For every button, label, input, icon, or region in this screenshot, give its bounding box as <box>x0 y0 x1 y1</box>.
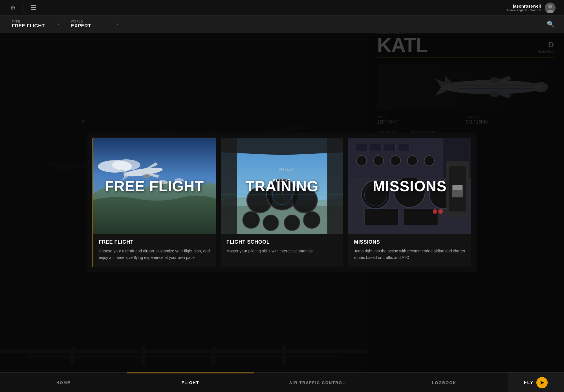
missions-card-desc: Jump right into the action with recommen… <box>354 248 465 261</box>
svg-rect-64 <box>404 209 438 226</box>
svg-rect-54 <box>356 144 367 151</box>
top-bar-divider <box>23 4 23 12</box>
missions-card-content: MISSIONS Jump right into the action with… <box>348 234 471 267</box>
free-flight-image: FREE FLIGHT <box>93 138 216 234</box>
svg-point-39 <box>303 212 320 228</box>
user-info: jasonrosewell Infinite Flight 0 · Grade … <box>507 4 541 12</box>
selectors-row: TYPE FREE FLIGHT ⋮ WORLD EXPERT ⋮ 🔍 <box>0 16 564 33</box>
svg-point-65 <box>433 209 437 214</box>
svg-point-59 <box>374 156 384 166</box>
user-name: jasonrosewell <box>507 4 541 8</box>
svg-text:N471SP: N471SP <box>279 167 294 171</box>
free-flight-card[interactable]: FREE FLIGHT FREE FLIGHT Choose your airc… <box>92 138 216 267</box>
missions-card-label: MISSIONS <box>373 179 447 193</box>
svg-point-62 <box>424 156 435 166</box>
svg-point-28 <box>98 160 132 173</box>
svg-rect-52 <box>452 189 463 197</box>
svg-rect-63 <box>365 209 398 226</box>
svg-point-58 <box>357 156 367 166</box>
type-label: TYPE <box>12 20 58 23</box>
world-label: WORLD <box>71 20 117 23</box>
search-icon[interactable]: 🔍 <box>544 18 557 31</box>
svg-point-66 <box>439 209 443 214</box>
missions-card-title: MISSIONS <box>354 239 465 245</box>
svg-point-30 <box>123 166 163 178</box>
svg-point-61 <box>407 156 418 166</box>
svg-rect-55 <box>370 144 382 151</box>
type-dots: ⋮ <box>56 22 61 27</box>
nav-atc[interactable]: AIR TRAFFIC CONTROL <box>254 373 381 392</box>
world-value: EXPERT <box>71 23 117 29</box>
svg-rect-67 <box>453 185 463 190</box>
bottom-nav: HOME FLIGHT AIR TRAFFIC CONTROL LOGBOOK … <box>0 372 564 392</box>
svg-point-29 <box>112 159 140 171</box>
top-bar-right: jasonrosewell Infinite Flight 0 · Grade … <box>507 3 556 13</box>
training-card-label: TRAINING <box>245 179 318 193</box>
missions-image: MISSIONS <box>348 138 471 234</box>
world-dots: ⋮ <box>115 22 120 27</box>
training-card-content: FLIGHT SCHOOL Master your piloting skill… <box>221 234 343 267</box>
user-grade: Infinite Flight 0 · Grade 5 <box>507 8 541 12</box>
nav-home[interactable]: HOME <box>0 373 127 392</box>
svg-point-1 <box>548 5 552 8</box>
free-flight-card-label: FREE FLIGHT <box>105 179 204 193</box>
svg-point-37 <box>263 215 279 231</box>
free-flight-card-desc: Choose your aircraft and airport, custom… <box>99 248 210 261</box>
type-value: FREE FLIGHT <box>12 23 58 29</box>
fly-circle: ➤ <box>536 377 548 388</box>
modal-overlay: FREE FLIGHT FREE FLIGHT Choose your airc… <box>0 33 564 372</box>
settings-icon[interactable]: ⚙ <box>8 3 17 12</box>
world-selector[interactable]: WORLD EXPERT ⋮ <box>66 18 122 30</box>
free-flight-card-title: FREE FLIGHT <box>99 239 210 245</box>
svg-rect-57 <box>398 144 410 151</box>
free-flight-card-content: FREE FLIGHT Choose your aircraft and air… <box>93 234 216 267</box>
flight-training-card[interactable]: N471SP FLIGHT TRAINING FLIGHT SCHOOL Mas… <box>220 138 344 267</box>
nav-fly[interactable]: FLY ➤ <box>508 373 564 392</box>
svg-point-38 <box>284 215 300 231</box>
missions-card[interactable]: MISSIONS MISSIONS Jump right into the ac… <box>348 138 472 267</box>
svg-point-36 <box>243 212 259 228</box>
svg-rect-56 <box>384 144 396 151</box>
nav-flight[interactable]: FLIGHT <box>127 373 254 392</box>
cards-container: FREE FLIGHT FREE FLIGHT Choose your airc… <box>87 133 477 272</box>
notes-icon[interactable]: ☰ <box>29 3 38 12</box>
type-selector[interactable]: TYPE FREE FLIGHT ⋮ <box>7 18 63 30</box>
top-bar-left: ⚙ ☰ <box>8 3 38 12</box>
svg-point-60 <box>391 156 401 166</box>
flight-training-image: N471SP FLIGHT TRAINING <box>221 138 343 234</box>
user-avatar[interactable] <box>545 3 556 13</box>
fly-label: FLY <box>524 380 534 385</box>
nav-logbook[interactable]: LOGBOOK <box>381 373 508 392</box>
top-bar: ⚙ ☰ jasonrosewell Infinite Flight 0 · Gr… <box>0 0 564 16</box>
training-card-title: FLIGHT SCHOOL <box>226 239 338 245</box>
training-card-desc: Master your piloting skills with interac… <box>226 248 338 254</box>
